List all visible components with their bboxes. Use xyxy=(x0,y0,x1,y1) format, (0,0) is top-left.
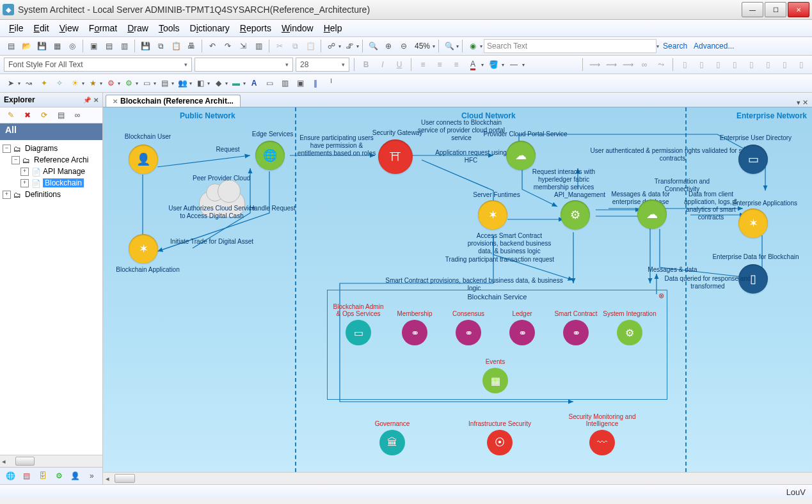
node-transform[interactable]: ☁ xyxy=(637,200,667,229)
open-icon[interactable]: 📂 xyxy=(19,39,33,53)
sheet-icon[interactable]: ▤ xyxy=(20,469,33,483)
pin-icon[interactable]: 📌 xyxy=(83,97,91,104)
gear-g-icon[interactable]: ⚙ xyxy=(122,76,136,90)
save-icon[interactable]: 💾 xyxy=(35,39,49,53)
layers2-icon[interactable]: ▤ xyxy=(157,76,171,90)
zoom-fit-icon[interactable]: 🔍 xyxy=(366,39,380,53)
rel2-icon[interactable]: ⟿ xyxy=(604,58,618,72)
svc-membership-icon[interactable]: ⚭ xyxy=(402,320,427,345)
db2-icon[interactable]: 🗄 xyxy=(36,469,50,483)
al5-icon[interactable]: ▯ xyxy=(744,58,758,72)
align-left-icon[interactable]: ≡ xyxy=(416,58,430,72)
delete-icon[interactable]: ✖ xyxy=(20,108,35,122)
link2-icon[interactable]: ∞ xyxy=(70,108,84,122)
menu-file[interactable]: File xyxy=(5,22,28,35)
font-style-combo[interactable]: Font Style For All Text xyxy=(4,58,192,72)
node-blockchain-user[interactable]: 👤 xyxy=(129,145,158,174)
link-icon[interactable]: ☍ xyxy=(324,39,338,53)
menu-view[interactable]: View xyxy=(56,22,83,35)
tree-api[interactable]: API Manage xyxy=(43,167,85,176)
canvas-hscroll[interactable]: ◂ xyxy=(103,472,812,484)
bars-icon[interactable]: ‖ xyxy=(308,76,322,90)
more-icon[interactable]: » xyxy=(85,469,99,483)
zoom-out-icon[interactable]: ⊖ xyxy=(397,39,411,53)
align-right-icon[interactable]: ≡ xyxy=(449,58,463,72)
line-style-icon[interactable]: — xyxy=(507,58,521,72)
menu-help[interactable]: Help xyxy=(320,22,346,35)
pointer-icon[interactable]: ➤ xyxy=(4,76,18,90)
bold-button[interactable]: B xyxy=(359,58,373,72)
layers-icon[interactable]: ▥ xyxy=(251,39,266,53)
print-icon[interactable]: 🖶 xyxy=(184,39,198,53)
governance-icon[interactable]: 🏛 xyxy=(379,430,405,455)
world-icon[interactable]: ◉ xyxy=(466,39,480,53)
find-icon[interactable]: 🔍 xyxy=(442,39,456,53)
rect-icon[interactable]: ▭ xyxy=(139,76,154,90)
db-icon[interactable]: ◎ xyxy=(65,39,79,53)
edit-icon[interactable]: ✎ xyxy=(4,108,18,122)
node-server-runtimes[interactable]: ✶ xyxy=(478,200,507,230)
al7-icon[interactable]: ▯ xyxy=(777,58,792,72)
end-icon[interactable]: ╵ xyxy=(324,76,338,90)
tree-ref-arch[interactable]: Reference Archi xyxy=(34,155,88,164)
zoom-value[interactable]: 45% xyxy=(412,42,433,51)
text-icon[interactable]: A xyxy=(247,76,261,90)
saveall-icon[interactable]: 💾 xyxy=(138,39,152,53)
copy2-icon[interactable]: ⧉ xyxy=(288,39,302,53)
menu-reports[interactable]: Reports xyxy=(236,22,275,35)
doc3-icon[interactable]: ▥ xyxy=(117,39,131,53)
new-icon[interactable]: ▤ xyxy=(4,39,18,53)
node-edge-services[interactable]: 🌐 xyxy=(255,141,285,170)
cut-icon[interactable]: ✂ xyxy=(273,39,287,53)
svc-smartcontract-icon[interactable]: ⚭ xyxy=(563,320,589,345)
doc2-icon[interactable]: ▤ xyxy=(102,39,116,53)
copy-icon[interactable]: ⧉ xyxy=(154,39,168,53)
redo-icon[interactable]: ↷ xyxy=(221,39,235,53)
fill-color-icon[interactable]: 🪣 xyxy=(486,58,500,72)
color-icon[interactable]: ▬ xyxy=(229,76,243,90)
user-icon[interactable]: 👤 xyxy=(68,469,82,483)
al4-icon[interactable]: ▯ xyxy=(728,58,742,72)
tree-blockchain[interactable]: Blockchain xyxy=(43,178,84,187)
node-blockchain-app[interactable]: ✶ xyxy=(129,234,158,264)
svc-ledger-icon[interactable]: ⚭ xyxy=(509,320,535,345)
sparkle-icon[interactable]: ✧ xyxy=(52,76,67,90)
svc-consensus-icon[interactable]: ⚭ xyxy=(456,320,481,345)
refresh-icon[interactable]: ⟳ xyxy=(37,108,51,122)
svc-admin-icon[interactable]: ▭ xyxy=(346,320,371,345)
zoom-in-icon[interactable]: ⊕ xyxy=(381,39,395,53)
node-api-mgmt[interactable]: ⚙ xyxy=(561,200,590,230)
advanced-link[interactable]: Advanced... xyxy=(691,42,736,51)
menu-edit[interactable]: Edit xyxy=(30,22,53,35)
undo-icon[interactable]: ↶ xyxy=(205,39,219,53)
proc-icon[interactable]: ⚙ xyxy=(52,469,66,483)
menu-window[interactable]: Window xyxy=(278,22,317,35)
paste2-icon[interactable]: 📋 xyxy=(303,39,317,53)
people-icon[interactable]: 👥 xyxy=(175,76,189,90)
node-y-icon[interactable]: ✦ xyxy=(37,76,51,90)
pane-close-icon[interactable]: ✕ xyxy=(93,97,99,104)
window-maximize-button[interactable]: ☐ xyxy=(765,2,786,17)
view-icon[interactable]: ▤ xyxy=(54,108,68,122)
explorer-hscroll[interactable]: ◂ xyxy=(0,455,102,467)
shape1-icon[interactable]: ◧ xyxy=(193,76,207,90)
al1-icon[interactable]: ▯ xyxy=(678,58,692,72)
box-icon[interactable]: ▭ xyxy=(262,76,276,90)
menu-draw[interactable]: Draw xyxy=(123,22,152,35)
sun-icon[interactable]: ☀ xyxy=(68,76,82,90)
star-icon[interactable]: ★ xyxy=(86,76,100,90)
rel4-icon[interactable]: ∞ xyxy=(637,58,651,72)
node-security-gateway[interactable]: ⛩ xyxy=(378,139,413,174)
doc1-icon[interactable]: ▣ xyxy=(86,39,100,53)
window-minimize-button[interactable]: — xyxy=(742,2,763,17)
node-ent-user-dir[interactable]: ▭ xyxy=(738,145,768,174)
al2-icon[interactable]: ▯ xyxy=(694,58,708,72)
diagram-canvas[interactable]: Public Network Cloud Network Enterprise … xyxy=(103,107,812,472)
align-center-icon[interactable]: ≡ xyxy=(433,58,447,72)
svc-close-icon[interactable]: ⊗ xyxy=(658,292,664,300)
rel3-icon[interactable]: ⟿ xyxy=(621,58,635,72)
svc-sysint-icon[interactable]: ⚙ xyxy=(617,320,642,345)
all-section[interactable]: All xyxy=(0,123,102,140)
font-size-combo[interactable]: 28 xyxy=(296,58,349,72)
blockchain-service-box[interactable]: Blockchain Service ⊗ Blockchain Admin & … xyxy=(327,290,667,400)
